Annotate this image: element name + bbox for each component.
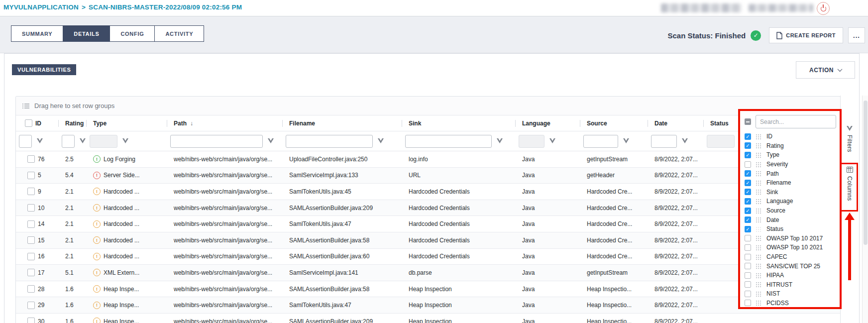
- column-checkbox[interactable]: [745, 142, 751, 149]
- column-header-filename[interactable]: Filename: [283, 115, 402, 131]
- select-all-columns-checkbox[interactable]: [745, 118, 751, 125]
- row-checkbox[interactable]: [27, 236, 35, 244]
- column-checkbox[interactable]: [745, 198, 751, 205]
- filter-funnel-icon[interactable]: [497, 138, 503, 144]
- column-header-path[interactable]: Path↓: [167, 115, 283, 131]
- row-checkbox[interactable]: [27, 188, 35, 195]
- drag-handle-icon[interactable]: [756, 217, 762, 222]
- drag-handle-icon[interactable]: [756, 162, 762, 167]
- column-toggle-item[interactable]: Sink: [740, 188, 840, 197]
- row-group-panel[interactable]: Drag here to set row groups: [16, 97, 840, 115]
- create-report-button[interactable]: CREATE REPORT: [769, 27, 843, 43]
- column-checkbox[interactable]: [745, 216, 751, 223]
- column-toggle-item[interactable]: Severity: [740, 160, 840, 169]
- drag-handle-icon[interactable]: [756, 199, 762, 204]
- side-tab-filters[interactable]: Filters: [841, 126, 859, 152]
- breadcrumb-app-name[interactable]: MYVULNAPPLICATION: [3, 3, 79, 11]
- sort-desc-icon[interactable]: ↓: [190, 120, 193, 127]
- column-toggle-item[interactable]: HIPAA: [740, 271, 840, 280]
- column-toggle-item[interactable]: Status: [740, 224, 840, 234]
- scrollbar-thumb[interactable]: [864, 101, 868, 245]
- table-row[interactable]: 175.1!XML Extern...web/nibrs-web/src/mai…: [16, 265, 840, 281]
- row-checkbox[interactable]: [27, 204, 35, 212]
- more-options-button[interactable]: ...: [848, 27, 865, 43]
- column-checkbox[interactable]: [745, 263, 751, 269]
- table-row[interactable]: 152.1!Hardcoded ...web/nibrs-web/src/mai…: [16, 232, 840, 249]
- table-row[interactable]: 291.6!Heap Inspe...web/nibrs-web/src/mai…: [16, 297, 840, 314]
- column-toggle-item[interactable]: Filename: [740, 178, 840, 188]
- column-toggle-item[interactable]: PCIDSS: [740, 299, 840, 307]
- column-toggle-item[interactable]: Path: [740, 169, 840, 178]
- column-checkbox[interactable]: [745, 226, 751, 232]
- row-checkbox[interactable]: [27, 285, 35, 293]
- column-checkbox[interactable]: [745, 208, 751, 214]
- table-row[interactable]: 92.1!Hardcoded ...web/nibrs-web/src/main…: [16, 184, 840, 200]
- row-checkbox[interactable]: [27, 302, 35, 309]
- breadcrumb[interactable]: MYVULNAPPLICATION>SCAN-NIBRS-MASTER-2022…: [3, 3, 242, 11]
- column-checkbox[interactable]: [745, 133, 751, 140]
- column-toggle-item[interactable]: ID: [740, 132, 840, 141]
- filter-funnel-icon[interactable]: [549, 138, 556, 144]
- column-checkbox[interactable]: [745, 281, 751, 288]
- filter-input-sink[interactable]: [405, 135, 492, 148]
- drag-handle-icon[interactable]: [756, 300, 762, 306]
- column-header-rating[interactable]: Rating: [59, 115, 87, 131]
- drag-handle-icon[interactable]: [756, 143, 762, 148]
- drag-handle-icon[interactable]: [756, 282, 762, 287]
- column-header-date[interactable]: Date: [648, 115, 704, 131]
- row-checkbox[interactable]: [27, 220, 35, 228]
- row-checkbox[interactable]: [27, 172, 35, 179]
- tab-activity[interactable]: ACTIVITY: [154, 25, 204, 42]
- drag-handle-icon[interactable]: [756, 263, 762, 269]
- column-toggle-item[interactable]: Rating: [740, 141, 840, 151]
- filter-funnel-icon[interactable]: [623, 138, 630, 144]
- drag-handle-icon[interactable]: [756, 152, 762, 158]
- drag-handle-icon[interactable]: [756, 291, 762, 297]
- filter-input-id[interactable]: [19, 135, 32, 148]
- drag-handle-icon[interactable]: [756, 180, 762, 186]
- column-toggle-item[interactable]: HITRUST: [740, 280, 840, 290]
- drag-handle-icon[interactable]: [756, 273, 762, 278]
- filter-input-path[interactable]: [170, 135, 263, 148]
- filter-input-rating[interactable]: [62, 135, 75, 148]
- filter-funnel-icon[interactable]: [682, 138, 688, 144]
- column-toggle-item[interactable]: SANS/CWE TOP 25: [740, 261, 840, 271]
- filter-funnel-icon[interactable]: [80, 138, 86, 144]
- filter-funnel-icon[interactable]: [268, 138, 274, 144]
- column-checkbox[interactable]: [745, 161, 751, 168]
- column-checkbox[interactable]: [745, 291, 751, 297]
- select-all-rows-checkbox[interactable]: [25, 119, 32, 127]
- row-checkbox[interactable]: [27, 155, 35, 163]
- row-checkbox[interactable]: [27, 269, 35, 276]
- table-row[interactable]: 301.6!Heap Inspe...web/nibrs-web/src/mai…: [16, 314, 840, 323]
- column-checkbox[interactable]: [745, 170, 751, 177]
- column-toggle-item[interactable]: Date: [740, 215, 840, 224]
- columns-search-input[interactable]: [756, 115, 836, 128]
- column-header-sink[interactable]: Sink: [402, 115, 516, 131]
- drag-handle-icon[interactable]: [756, 235, 762, 241]
- action-dropdown-button[interactable]: ACTION: [796, 61, 855, 79]
- column-header-id[interactable]: ID: [16, 115, 59, 131]
- tab-summary[interactable]: SUMMARY: [11, 25, 63, 42]
- column-toggle-item[interactable]: Source: [740, 206, 840, 215]
- row-checkbox[interactable]: [27, 253, 35, 260]
- side-tab-columns[interactable]: Columns: [841, 167, 859, 201]
- drag-handle-icon[interactable]: [756, 254, 762, 260]
- filter-funnel-icon[interactable]: [378, 138, 384, 144]
- drag-handle-icon[interactable]: [756, 171, 762, 176]
- table-row[interactable]: 162.1!Hardcoded ...web/nibrs-web/src/mai…: [16, 249, 840, 265]
- column-toggle-item[interactable]: Language: [740, 197, 840, 206]
- filter-input-source[interactable]: [583, 135, 618, 148]
- column-checkbox[interactable]: [745, 152, 751, 158]
- column-toggle-item[interactable]: CAPEC: [740, 252, 840, 262]
- logout-button[interactable]: [817, 2, 830, 15]
- vertical-scrollbar[interactable]: [862, 96, 868, 323]
- row-checkbox[interactable]: [27, 318, 35, 323]
- drag-handle-icon[interactable]: [756, 208, 762, 214]
- drag-handle-icon[interactable]: [756, 134, 762, 139]
- drag-handle-icon[interactable]: [756, 245, 762, 250]
- drag-handle-icon[interactable]: [756, 226, 762, 232]
- column-toggle-item[interactable]: OWASP Top 10 2017: [740, 234, 840, 243]
- column-checkbox[interactable]: [745, 235, 751, 241]
- column-toggle-item[interactable]: Type: [740, 150, 840, 160]
